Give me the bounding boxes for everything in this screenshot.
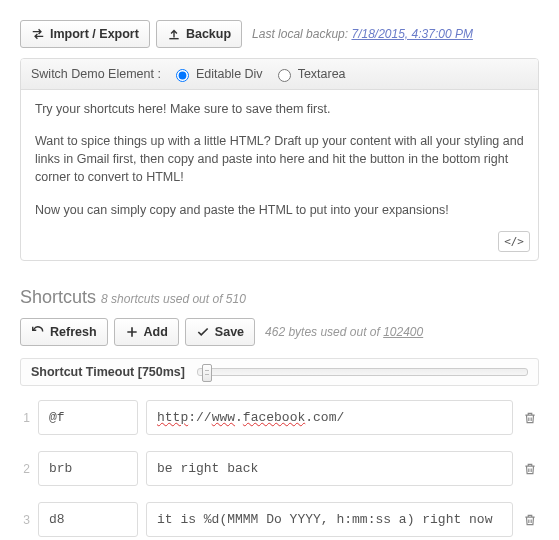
radio-textarea[interactable]: Textarea <box>273 66 346 82</box>
delete-row-button[interactable] <box>521 511 539 529</box>
demo-panel: Switch Demo Element : Editable Div Texta… <box>20 58 539 261</box>
top-toolbar: Import / Export Backup Last local backup… <box>20 20 539 48</box>
shortcut-value-input[interactable]: be right back <box>146 451 513 486</box>
shortcut-key-input[interactable] <box>38 451 138 486</box>
save-label: Save <box>215 325 244 339</box>
import-export-label: Import / Export <box>50 27 139 41</box>
shortcut-row: 2be right back <box>20 451 539 486</box>
demo-text-2: Want to spice things up with a little HT… <box>35 132 524 186</box>
refresh-icon <box>31 325 45 339</box>
upload-icon <box>167 27 181 41</box>
trash-icon <box>523 462 537 476</box>
timeout-row: Shortcut Timeout [750ms] <box>20 358 539 386</box>
shortcut-row: 1http://www.facebook.com/ <box>20 400 539 435</box>
timeout-slider[interactable] <box>197 368 528 376</box>
refresh-button[interactable]: Refresh <box>20 318 108 346</box>
radio-textarea-label: Textarea <box>298 67 346 81</box>
demo-editable-area[interactable]: Try your shortcuts here! Make sure to sa… <box>21 90 538 260</box>
backup-prefix: Last local backup: <box>252 27 348 41</box>
save-button[interactable]: Save <box>185 318 255 346</box>
shortcuts-title: Shortcuts <box>20 287 96 307</box>
shortcuts-subtitle: 8 shortcuts used out of 510 <box>101 292 246 306</box>
row-number: 1 <box>20 411 30 425</box>
add-button[interactable]: Add <box>114 318 179 346</box>
row-number: 3 <box>20 513 30 527</box>
shortcut-list: 1http://www.facebook.com/2be right back3… <box>20 400 539 537</box>
radio-editable-div-label: Editable Div <box>196 67 263 81</box>
demo-text-1: Try your shortcuts here! Make sure to sa… <box>35 100 524 118</box>
trash-icon <box>523 411 537 425</box>
plus-icon <box>125 325 139 339</box>
shortcut-row: 3it is %d(MMMM Do YYYY, h:mm:ss a) right… <box>20 502 539 537</box>
delete-row-button[interactable] <box>521 460 539 478</box>
import-export-button[interactable]: Import / Export <box>20 20 150 48</box>
shortcuts-section: Shortcuts 8 shortcuts used out of 510 Re… <box>20 287 539 537</box>
backup-label: Backup <box>186 27 231 41</box>
trash-icon <box>523 513 537 527</box>
transfer-icon <box>31 27 45 41</box>
radio-editable-div-input[interactable] <box>176 69 189 82</box>
bytes-usage-text: 462 bytes used out of <box>265 325 383 339</box>
demo-header: Switch Demo Element : Editable Div Texta… <box>21 59 538 90</box>
delete-row-button[interactable] <box>521 409 539 427</box>
timeout-label: Shortcut Timeout [750ms] <box>31 365 185 379</box>
shortcut-value-input[interactable]: http://www.facebook.com/ <box>146 400 513 435</box>
backup-info: Last local backup: 7/18/2015, 4:37:00 PM <box>252 27 473 41</box>
radio-textarea-input[interactable] <box>278 69 291 82</box>
shortcuts-heading: Shortcuts 8 shortcuts used out of 510 <box>20 287 539 308</box>
timeout-slider-handle[interactable] <box>202 364 212 382</box>
check-icon <box>196 325 210 339</box>
refresh-label: Refresh <box>50 325 97 339</box>
convert-html-button[interactable]: </> <box>498 231 530 252</box>
bytes-total: 102400 <box>383 325 423 339</box>
backup-time-link[interactable]: 7/18/2015, 4:37:00 PM <box>351 27 472 41</box>
radio-editable-div[interactable]: Editable Div <box>171 66 263 82</box>
demo-text-3: Now you can simply copy and paste the HT… <box>35 201 524 219</box>
switch-demo-label: Switch Demo Element : <box>31 67 161 81</box>
backup-button[interactable]: Backup <box>156 20 242 48</box>
add-label: Add <box>144 325 168 339</box>
shortcut-key-input[interactable] <box>38 502 138 537</box>
shortcut-key-input[interactable] <box>38 400 138 435</box>
shortcuts-toolbar: Refresh Add Save 462 bytes used out of 1… <box>20 318 539 346</box>
row-number: 2 <box>20 462 30 476</box>
bytes-usage: 462 bytes used out of 102400 <box>265 325 423 339</box>
shortcut-value-input[interactable]: it is %d(MMMM Do YYYY, h:mm:ss a) right … <box>146 502 513 537</box>
